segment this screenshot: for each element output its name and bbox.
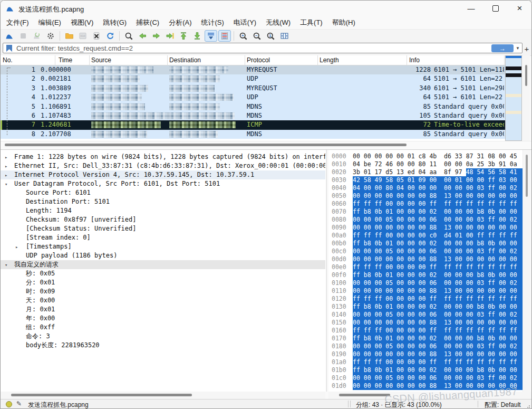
detail-row[interactable]: ▾User Datagram Protocol, Src Port: 6101,… (1, 179, 325, 188)
packet-row[interactable]: 71.240681ICMP72Time-to-live exceede (1, 120, 505, 129)
column-header-length[interactable]: Length (320, 56, 339, 64)
collapsed-chevron-icon[interactable]: ▸ (15, 243, 18, 252)
menu-item-7[interactable]: 统计(S) (196, 16, 228, 29)
detail-row[interactable]: 时: 0x09 (1, 287, 325, 296)
detail-row[interactable]: 月: 0x01 (1, 305, 325, 314)
detail-row[interactable]: 分: 0x01 (1, 278, 325, 287)
menu-item-2[interactable]: 编辑(E) (34, 16, 66, 29)
scrollbar-handle[interactable] (339, 394, 390, 396)
hex-row[interactable]: 0120ff ff ff 00 00 00 00 ff ff ff ff ff … (328, 295, 523, 303)
bytes-hscrollbar[interactable] (328, 392, 531, 399)
detail-row[interactable]: 天: 0x00 (1, 296, 325, 305)
display-filter-input[interactable]: Current filter: testdcs_request.cmd==2 →… (3, 43, 523, 53)
resize-grip[interactable] (527, 405, 530, 408)
detail-row[interactable]: UDP payload (1186 bytes) (1, 251, 325, 260)
detail-row[interactable]: ▾我自定义的请求 (1, 260, 325, 269)
column-header-info[interactable]: Info (409, 56, 420, 64)
column-header-destination[interactable]: Destination (169, 56, 201, 64)
detail-row[interactable]: Destination Port: 5101 (1, 197, 325, 206)
open-file-icon[interactable] (63, 30, 75, 42)
zoom-out-icon[interactable]: − (250, 30, 263, 42)
colorize-icon[interactable] (218, 30, 231, 42)
add-filter-button[interactable]: + (523, 43, 531, 54)
autoscroll-icon[interactable] (205, 30, 217, 42)
hex-row[interactable]: 019000 00 00 00 00 00 00 88 13 00 00 00 … (328, 350, 523, 358)
hex-row[interactable]: 00c000 00 00 05 00 00 00 06 00 00 00 03 … (328, 248, 523, 255)
hex-row[interactable]: 003042 58 49 58 05 01 09 00 00 01 00 00 … (328, 176, 523, 184)
column-separator[interactable] (89, 55, 90, 65)
hex-row[interactable]: 0170ff b8 0b 01 00 00 00 02 00 00 00 b8 … (328, 335, 523, 343)
zoom-100-icon[interactable]: 1 (264, 30, 277, 42)
menu-item-11[interactable]: 帮助(H) (327, 16, 360, 29)
menu-item-1[interactable]: 文件(F) (2, 16, 34, 29)
collapsed-chevron-icon[interactable]: ▸ (5, 162, 7, 171)
menu-item-10[interactable]: 工具(T) (295, 16, 327, 29)
maximize-button[interactable] (483, 1, 507, 16)
detail-row[interactable]: Length: 1194 (1, 206, 325, 215)
column-header-time[interactable]: Time (59, 56, 72, 64)
hex-row[interactable]: 0060ff ff ff 00 00 00 00 ff ff ff ff ff … (328, 200, 523, 208)
packet-row[interactable]: 51.106891MDNS85Standard query 0x000 (1, 102, 505, 111)
column-header-no[interactable]: No. (3, 56, 13, 64)
hex-row[interactable]: 00d000 00 00 00 00 00 00 88 13 00 00 00 … (328, 255, 523, 263)
hex-row[interactable]: 010000 00 00 05 00 00 00 06 00 00 00 03 … (328, 279, 523, 287)
hex-row[interactable]: 01b0ff b8 0b 01 00 00 00 02 00 00 00 b8 … (328, 366, 523, 374)
detail-row[interactable]: 年: 0x00 (1, 314, 325, 323)
column-separator[interactable] (245, 55, 245, 65)
hex-row[interactable]: 0160ff ff ff 00 00 00 00 ff ff ff ff ff … (328, 327, 523, 335)
start-capture-icon[interactable] (3, 30, 16, 42)
hex-row[interactable]: 00203b 01 17 d5 13 ed 04 aa 8f 97 48 54 … (328, 168, 523, 176)
menu-item-6[interactable]: 分析(A) (164, 16, 196, 29)
hex-row[interactable]: 014000 00 00 05 00 00 00 06 00 00 00 03 … (328, 311, 523, 319)
column-header-source[interactable]: Source (91, 56, 111, 64)
hex-row[interactable]: 00e0ff ff ff 00 00 00 00 ff ff ff ff ff … (328, 263, 523, 271)
hex-row[interactable]: 018000 00 00 05 00 00 00 06 00 00 00 03 … (328, 343, 523, 350)
packet-list-hscrollbar[interactable] (1, 141, 531, 149)
packet-row[interactable]: 82.107708MDNS85Standard query 0x000 (1, 130, 505, 139)
expanded-chevron-icon[interactable]: ▾ (5, 261, 7, 270)
detail-row[interactable]: Source Port: 6101 (1, 188, 325, 197)
reload-file-icon[interactable] (104, 30, 117, 42)
hex-row[interactable]: 01a0ff ff ff 00 00 00 00 ff ff ff ff ff … (328, 358, 523, 366)
menu-item-3[interactable]: 视图(V) (66, 16, 98, 29)
column-separator[interactable] (167, 55, 168, 65)
detail-row[interactable]: Checksum: 0x8f97 [unverified] (1, 215, 325, 224)
go-to-packet-icon[interactable] (163, 30, 176, 42)
go-bottom-icon[interactable] (191, 30, 204, 42)
column-separator[interactable] (407, 55, 407, 65)
scrollbar-handle[interactable] (525, 65, 527, 86)
go-forward-icon[interactable] (150, 30, 162, 42)
hex-row[interactable]: 00f0ff b8 0b 01 00 00 00 02 00 00 00 b8 … (328, 271, 523, 279)
scrollbar-handle[interactable] (526, 155, 528, 197)
capture-options-icon[interactable] (44, 30, 57, 42)
menu-item-5[interactable]: 捕获(C) (131, 16, 164, 29)
details-hscrollbar[interactable] (1, 392, 325, 399)
detail-row[interactable]: ▸[Timestamps] (1, 242, 325, 251)
packet-row[interactable]: 20.002181UDP645101 → 6101 Len=22 (1, 74, 505, 83)
scrollbar-handle[interactable] (11, 394, 192, 396)
packet-row[interactable]: 41.012237UDP645101 → 6101 Len=22 (1, 93, 505, 102)
intelligent-scrollbar-minimap[interactable] (505, 55, 522, 141)
menu-item-8[interactable]: 电话(Y) (229, 16, 261, 29)
close-file-icon[interactable] (90, 30, 103, 42)
go-back-icon[interactable] (136, 30, 149, 42)
close-button[interactable]: × (508, 1, 531, 16)
hex-row[interactable]: 011000 00 00 00 00 00 00 88 13 00 00 00 … (328, 287, 523, 295)
detail-row[interactable]: [Stream index: 0] (1, 233, 325, 242)
bytes-pane-vscrollbar[interactable] (523, 150, 530, 392)
zoom-in-icon[interactable]: + (237, 30, 249, 42)
menu-item-4[interactable]: 跳转(G) (98, 16, 131, 29)
hex-row[interactable]: 008000 00 00 05 00 00 00 06 00 00 00 03 … (328, 216, 523, 224)
hex-row[interactable]: 005000 00 00 00 00 00 00 88 13 00 00 00 … (328, 192, 523, 200)
detail-row[interactable]: 秒: 0x05 (1, 269, 325, 278)
detail-row[interactable]: 组: 0xff (1, 323, 325, 332)
hex-row[interactable]: 00a0ff ff ff 00 00 00 00 c0 d4 01 00 ff … (328, 232, 523, 240)
hex-row[interactable]: 01c000 00 00 05 00 00 00 06 00 00 00 03 … (328, 374, 523, 382)
collapsed-chevron-icon[interactable]: ▸ (5, 171, 7, 180)
menu-item-9[interactable]: 无线(W) (261, 16, 295, 29)
hex-row[interactable]: 009000 00 00 00 00 00 00 88 13 00 00 00 … (328, 224, 523, 232)
column-separator[interactable] (504, 55, 505, 65)
hex-row[interactable]: 004004 00 00 80 04 00 00 00 00 00 00 03 … (328, 184, 523, 192)
packet-row[interactable]: 61.107483MDNS105Standard query 0x000 (1, 111, 505, 120)
detail-row[interactable]: body长度: 2281963520 (1, 341, 325, 350)
